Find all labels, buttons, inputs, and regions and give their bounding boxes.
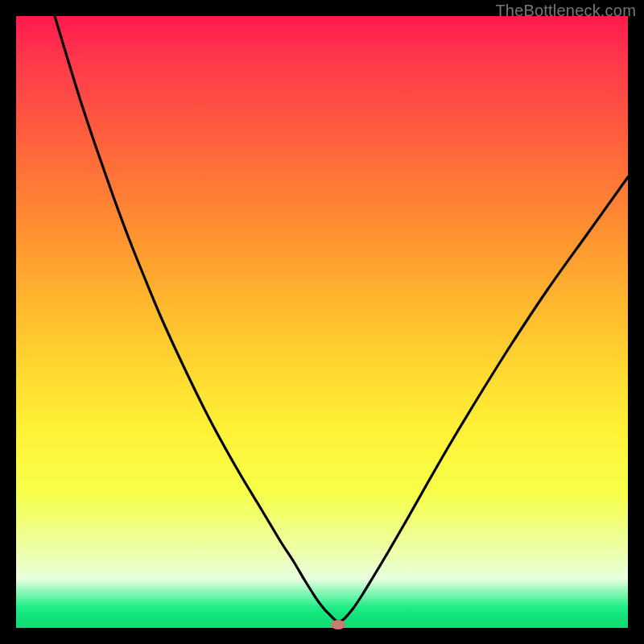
chart-frame: TheBottleneck.com: [0, 0, 644, 644]
bottleneck-curve: [55, 16, 628, 621]
curve-svg: [16, 16, 628, 628]
optimal-point-marker: [331, 620, 345, 630]
plot-area: [16, 16, 628, 628]
